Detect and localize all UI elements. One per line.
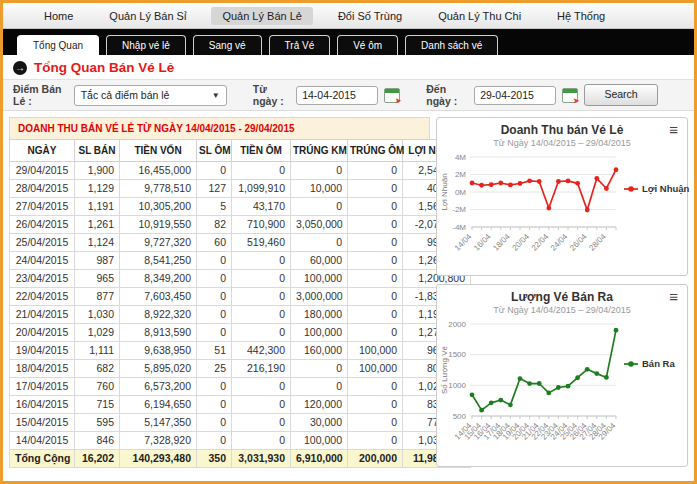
col-header-2: TIỀN VỐN — [120, 140, 197, 162]
chart-legend[interactable]: Bán Ra — [624, 358, 675, 369]
col-header-1: SL BÁN — [75, 140, 120, 162]
table-cell: 0 — [197, 270, 232, 288]
svg-text:-4M: -4M — [452, 223, 466, 232]
tab-2[interactable]: Sang vé — [193, 35, 262, 55]
hamburger-menu-icon[interactable]: ≡ — [669, 123, 678, 137]
calendar-icon[interactable] — [562, 88, 578, 103]
svg-text:22/04: 22/04 — [530, 232, 551, 253]
data-point — [614, 167, 619, 172]
table-cell: 0 — [197, 162, 232, 180]
data-point — [479, 408, 484, 413]
table-row: 15/04/20155955,147,3500030,0000772,650 — [10, 414, 471, 432]
data-point — [585, 367, 590, 372]
table-row: 23/04/20159658,349,20000100,00001,200,80… — [10, 270, 471, 288]
table-cell: 0 — [348, 378, 403, 396]
table-cell: 100,000 — [291, 432, 348, 450]
page-title: Tổng Quan Bán Vé Lẻ — [34, 60, 174, 75]
table-cell: 0 — [348, 324, 403, 342]
table-cell: 20/04/2015 — [10, 324, 75, 342]
table-cell: 60 — [197, 234, 232, 252]
nav-item-1[interactable]: Quản Lý Bán Sỉ — [98, 7, 197, 25]
table-cell: 5,895,020 — [120, 360, 197, 378]
col-header-5: TRÚNG KM — [291, 140, 348, 162]
tab-5[interactable]: Danh sách vé — [405, 35, 498, 55]
revenue-table: NGÀYSL BÁNTIỀN VỐNSL ÔMTIỀN ÔMTRÚNG KMTR… — [9, 139, 471, 468]
table-cell: 0 — [348, 306, 403, 324]
table-cell: 82 — [197, 216, 232, 234]
tab-0[interactable]: Tổng Quan — [17, 35, 99, 55]
data-point — [489, 400, 494, 405]
table-cell: 8,541,250 — [120, 252, 197, 270]
data-point — [566, 384, 571, 389]
table-cell: 180,000 — [291, 306, 348, 324]
hamburger-menu-icon[interactable]: ≡ — [669, 290, 678, 304]
col-header-3: SL ÔM — [197, 140, 232, 162]
arrow-circle-icon: → — [13, 61, 27, 75]
calendar-icon[interactable] — [384, 88, 400, 103]
data-point — [527, 381, 532, 386]
table-title: DOANH THU BÁN VÉ LẺ TỪ NGÀY 14/04/2015 -… — [9, 117, 430, 139]
table-row: 17/04/20157606,573,20000001,026,800 — [10, 378, 471, 396]
to-date-input[interactable] — [474, 86, 556, 105]
nav-item-0[interactable]: Home — [33, 7, 84, 25]
tab-4[interactable]: Vé ôm — [337, 35, 398, 55]
from-date-input[interactable] — [296, 86, 378, 105]
table-body: 29/04/20151,90016,455,00000002,545,00028… — [10, 162, 471, 468]
table-header-row: NGÀYSL BÁNTIỀN VỐNSL ÔMTIỀN ÔMTRÚNG KMTR… — [10, 140, 471, 162]
data-point — [479, 183, 484, 188]
table-cell: 5,147,350 — [120, 414, 197, 432]
table-cell: 0 — [197, 378, 232, 396]
svg-text:26/04: 26/04 — [568, 232, 589, 253]
table-cell: 0 — [348, 432, 403, 450]
table-cell: 26/04/2015 — [10, 216, 75, 234]
chart-legend[interactable]: Lợi Nhuận — [624, 183, 690, 194]
table-cell: 6,573,200 — [120, 378, 197, 396]
table-cell: 28/04/2015 — [10, 180, 75, 198]
nav-item-5[interactable]: Hệ Thống — [546, 7, 616, 25]
nav-item-2[interactable]: Quản Lý Bán Lẻ — [211, 7, 313, 25]
data-point — [470, 392, 475, 397]
table-cell: 0 — [232, 378, 291, 396]
data-point — [537, 381, 542, 386]
tickets-chart-title: Lượng Vé Bán Ra — [440, 290, 684, 304]
data-point — [546, 390, 551, 395]
data-point — [537, 179, 542, 184]
search-button[interactable]: Search — [584, 84, 658, 106]
table-cell: 1,261 — [75, 216, 120, 234]
table-cell: 0 — [197, 252, 232, 270]
table-cell: 0 — [197, 288, 232, 306]
total-cell: 350 — [197, 450, 232, 468]
table-cell: 3,000,000 — [291, 288, 348, 306]
revenue-line-chart: 4M2M0M-2M-4M14/0416/0418/0420/0422/0424/… — [440, 149, 686, 275]
table-cell: 0 — [348, 414, 403, 432]
data-point — [508, 402, 513, 407]
table-cell: 160,000 — [291, 342, 348, 360]
data-point — [518, 181, 523, 186]
table-cell: 3,050,000 — [291, 216, 348, 234]
sales-point-select[interactable]: Tắc cả điểm bán lẻ ▼ — [74, 85, 227, 106]
table-cell: 8,349,200 — [120, 270, 197, 288]
sub-tabs: Tổng QuanNhập vé lẻSang véTrả VéVé ômDan… — [3, 29, 694, 55]
table-cell: 10,919,550 — [120, 216, 197, 234]
table-cell: 15/04/2015 — [10, 414, 75, 432]
tab-1[interactable]: Nhập vé lẻ — [106, 35, 186, 55]
table-cell: 25/04/2015 — [10, 234, 75, 252]
charts-panel: ≡ Doanh Thu bán Vé Lẻ Từ Ngày 14/04/2015… — [436, 117, 688, 468]
table-cell: 1,124 — [75, 234, 120, 252]
table-cell: 0 — [348, 396, 403, 414]
svg-text:500: 500 — [453, 412, 467, 421]
table-cell: 0 — [348, 288, 403, 306]
tab-3[interactable]: Trả Vé — [269, 35, 331, 55]
table-row: 22/04/20158777,603,450003,000,0000-1,833… — [10, 288, 471, 306]
tickets-chart-subtitle: Từ Ngày 14/04/2015 – 29/04/2015 — [440, 304, 684, 316]
nav-item-3[interactable]: Đổi Số Trùng — [327, 7, 413, 25]
table-cell: 0 — [197, 306, 232, 324]
tickets-chart-box: ≡ Lượng Vé Bán Ra Từ Ngày 14/04/2015 – 2… — [436, 284, 688, 467]
data-point — [566, 178, 571, 183]
table-row: 28/04/20151,1299,778,5101271,099,91010,0… — [10, 180, 471, 198]
total-label: Tổng Cộng — [10, 450, 75, 468]
table-cell: 1,030 — [75, 306, 120, 324]
table-cell: 21/04/2015 — [10, 306, 75, 324]
nav-item-4[interactable]: Quản Lý Thu Chi — [427, 7, 532, 25]
table-cell: 5 — [197, 198, 232, 216]
